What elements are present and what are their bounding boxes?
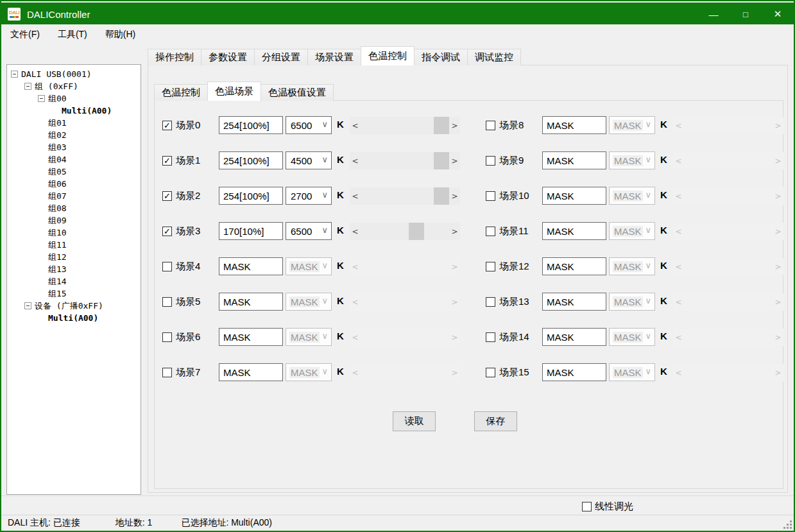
scrollbar-left-arrow[interactable]: <	[673, 152, 684, 169]
scrollbar-right-arrow[interactable]: >	[449, 364, 460, 381]
subtab-color-temp-control[interactable]: 色温控制	[154, 84, 208, 101]
scene-kelvin-select[interactable]: MASK ∨	[609, 222, 655, 240]
scrollbar-right-arrow[interactable]: >	[773, 258, 783, 275]
subtab-color-temp-limits[interactable]: 色温极值设置	[261, 84, 334, 101]
scrollbar-left-arrow[interactable]: <	[673, 187, 684, 205]
scene-level-input[interactable]	[219, 116, 283, 134]
scrollbar-right-arrow[interactable]: >	[773, 364, 783, 381]
scrollbar-thumb[interactable]	[434, 117, 449, 134]
scene-scrollbar[interactable]: < >	[673, 117, 783, 134]
scene-scrollbar[interactable]: < >	[350, 223, 460, 240]
scene-kelvin-select[interactable]: MASK ∨	[286, 293, 332, 311]
read-button[interactable]: 读取	[393, 411, 436, 431]
scrollbar-right-arrow[interactable]: >	[449, 258, 460, 275]
linear-dimming-checkbox[interactable]: 线性调光	[582, 501, 633, 513]
scrollbar-right-arrow[interactable]: >	[773, 187, 783, 205]
scene-kelvin-select[interactable]: MASK ∨	[609, 257, 655, 275]
tab-scene-settings[interactable]: 场景设置	[307, 49, 361, 65]
scene-checkbox[interactable]	[162, 262, 172, 271]
scene-scrollbar[interactable]: < >	[350, 329, 460, 346]
subtab-color-temp-scene[interactable]: 色温场景	[207, 82, 261, 101]
tree-item[interactable]: 设备 (广播0xFF)	[7, 300, 141, 312]
tree-collapse-icon[interactable]	[38, 95, 45, 102]
scene-kelvin-select[interactable]: MASK ∨	[609, 116, 655, 134]
scrollbar-left-arrow[interactable]: <	[350, 117, 361, 134]
scene-checkbox[interactable]	[486, 332, 495, 342]
scene-scrollbar[interactable]: < >	[673, 152, 783, 169]
scrollbar-right-arrow[interactable]: >	[773, 293, 783, 311]
scene-scrollbar[interactable]: < >	[673, 293, 783, 311]
tree-collapse-icon[interactable]	[11, 71, 18, 78]
scene-kelvin-select[interactable]: 6500 ∨	[286, 222, 332, 240]
scene-checkbox[interactable]: ✓	[162, 191, 172, 201]
tree-collapse-icon[interactable]	[24, 302, 31, 309]
scene-kelvin-select[interactable]: MASK ∨	[286, 257, 332, 275]
tree-item[interactable]: 组06	[7, 178, 141, 190]
scrollbar-thumb[interactable]	[409, 223, 424, 240]
resize-grip[interactable]	[790, 527, 792, 529]
scrollbar-left-arrow[interactable]: <	[350, 187, 361, 205]
scene-scrollbar[interactable]: < >	[673, 187, 783, 205]
scene-checkbox[interactable]	[162, 368, 172, 377]
scene-scrollbar[interactable]: < >	[350, 293, 460, 311]
scene-kelvin-select[interactable]: MASK ∨	[609, 363, 655, 381]
scene-level-input[interactable]	[219, 257, 283, 275]
scene-kelvin-select[interactable]: 6500 ∨	[286, 116, 332, 134]
tree-item[interactable]: 组08	[7, 202, 141, 214]
scrollbar-left-arrow[interactable]: <	[673, 293, 684, 311]
scene-scrollbar[interactable]: < >	[350, 152, 460, 169]
scrollbar-right-arrow[interactable]: >	[449, 152, 460, 169]
scrollbar-left-arrow[interactable]: <	[350, 258, 361, 275]
tree-item[interactable]: 组03	[7, 141, 141, 153]
scene-scrollbar[interactable]: < >	[350, 117, 460, 134]
tree-item[interactable]: 组02	[7, 129, 141, 141]
scene-level-input[interactable]	[542, 116, 606, 134]
maximize-button[interactable]: □	[730, 3, 762, 26]
menu-file[interactable]: 文件(F)	[1, 25, 49, 44]
tree-item[interactable]: 组04	[7, 153, 141, 166]
tree-item[interactable]: 组14	[7, 275, 141, 287]
scene-level-input[interactable]	[542, 151, 606, 169]
scrollbar-right-arrow[interactable]: >	[449, 223, 460, 240]
scrollbar-left-arrow[interactable]: <	[350, 223, 361, 240]
scrollbar-right-arrow[interactable]: >	[449, 293, 460, 311]
tab-operation-control[interactable]: 操作控制	[148, 49, 201, 65]
scene-checkbox[interactable]	[486, 297, 495, 307]
tree-item[interactable]: 组07	[7, 190, 141, 202]
scene-checkbox[interactable]: ✓	[162, 156, 172, 166]
scrollbar-right-arrow[interactable]: >	[449, 117, 460, 134]
tab-debug-monitor[interactable]: 调试监控	[467, 49, 521, 65]
scene-kelvin-select[interactable]: MASK ∨	[286, 328, 332, 346]
tree-item[interactable]: 组15	[7, 287, 141, 300]
scene-checkbox[interactable]	[486, 262, 495, 271]
scene-level-input[interactable]	[542, 328, 606, 346]
scene-kelvin-select[interactable]: MASK ∨	[609, 293, 655, 311]
scene-scrollbar[interactable]: < >	[350, 364, 460, 381]
scene-level-input[interactable]	[542, 363, 606, 381]
close-button[interactable]: ✕	[762, 3, 794, 26]
scene-kelvin-select[interactable]: 2700 ∨	[286, 187, 332, 205]
scene-checkbox[interactable]	[162, 332, 172, 342]
scene-kelvin-select[interactable]: MASK ∨	[609, 187, 655, 205]
scrollbar-thumb[interactable]	[434, 152, 449, 169]
scene-level-input[interactable]	[219, 187, 283, 205]
scrollbar-left-arrow[interactable]: <	[673, 364, 684, 381]
scene-level-input[interactable]	[542, 293, 606, 311]
scrollbar-right-arrow[interactable]: >	[449, 329, 460, 346]
scene-scrollbar[interactable]: < >	[350, 258, 460, 275]
scrollbar-right-arrow[interactable]: >	[773, 152, 783, 169]
scene-checkbox[interactable]	[486, 227, 495, 236]
scene-scrollbar[interactable]: < >	[673, 223, 783, 240]
scrollbar-left-arrow[interactable]: <	[350, 293, 361, 311]
scrollbar-right-arrow[interactable]: >	[773, 117, 783, 134]
menu-tools[interactable]: 工具(T)	[49, 25, 96, 44]
scene-kelvin-select[interactable]: MASK ∨	[609, 151, 655, 169]
scene-checkbox[interactable]	[162, 297, 172, 307]
tree-item[interactable]: 组13	[7, 263, 141, 275]
scrollbar-left-arrow[interactable]: <	[350, 364, 361, 381]
scene-scrollbar[interactable]: < >	[673, 258, 783, 275]
tree-item[interactable]: 组11	[7, 239, 141, 251]
minimize-button[interactable]: —	[697, 3, 730, 26]
scene-level-input[interactable]	[219, 151, 283, 169]
scene-level-input[interactable]	[219, 328, 283, 346]
